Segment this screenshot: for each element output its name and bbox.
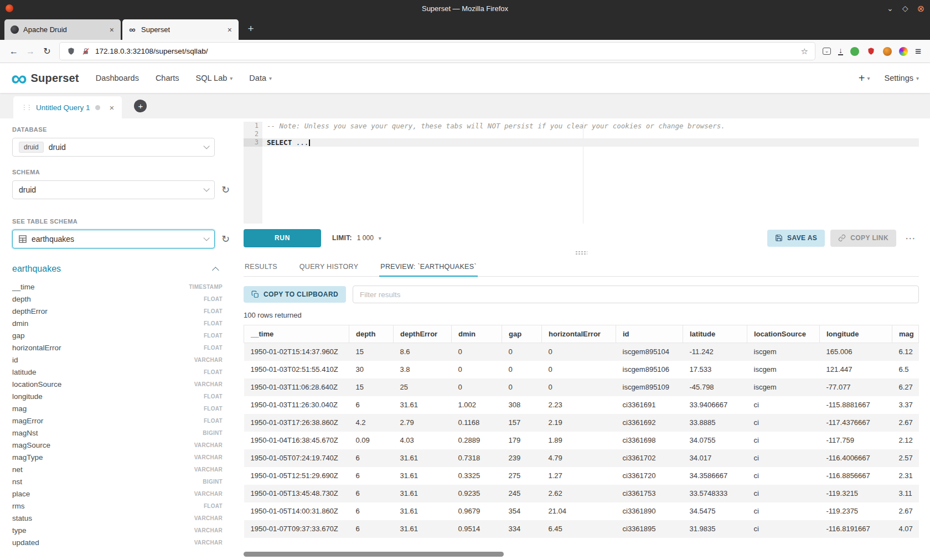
table-row[interactable]: 1950-01-03T17:26:38.860Z4.22.790.1168157… bbox=[244, 414, 919, 432]
copy-link-button[interactable]: COPY LINK bbox=[830, 230, 896, 247]
bookmark-star-icon[interactable]: ☆ bbox=[800, 46, 808, 56]
schema-column[interactable]: locationSourceVARCHAR bbox=[12, 378, 223, 390]
query-tab-untitled-query-1[interactable]: ⋮⋮ Untitled Query 1 × bbox=[13, 96, 122, 118]
table-row[interactable]: 1950-01-05T12:51:29.690Z631.610.33252751… bbox=[244, 467, 919, 485]
schema-column[interactable]: magErrorFLOAT bbox=[12, 414, 223, 427]
column-header[interactable]: dmin bbox=[452, 325, 502, 343]
sql-editor[interactable]: 1-- Note: Unless you save your query, th… bbox=[244, 122, 919, 224]
schema-column[interactable]: magFLOAT bbox=[12, 402, 223, 414]
tab-close-icon[interactable]: × bbox=[108, 25, 115, 34]
settings-menu[interactable]: Settings▾ bbox=[885, 74, 919, 82]
restore-icon[interactable]: ◇ bbox=[902, 4, 908, 13]
schema-column[interactable]: horizontalErrorFLOAT bbox=[12, 341, 223, 354]
table-row[interactable]: 1950-01-05T07:24:19.740Z631.610.73182394… bbox=[244, 449, 919, 467]
limit-dropdown[interactable]: LIMIT: 1 000 ▾ bbox=[332, 234, 381, 242]
table-row[interactable]: 1950-01-03T11:06:28.640Z1525000iscgem895… bbox=[244, 378, 919, 396]
downloads-icon[interactable]: ↓ bbox=[838, 47, 843, 55]
copy-to-clipboard-button[interactable]: COPY TO CLIPBOARD bbox=[244, 286, 346, 303]
nav-item-sql-lab[interactable]: SQL Lab▾ bbox=[196, 74, 233, 82]
nav-item-data[interactable]: Data▾ bbox=[249, 74, 272, 82]
more-actions-icon[interactable]: ⋯ bbox=[902, 232, 919, 245]
schema-column[interactable]: depthErrorFLOAT bbox=[12, 305, 223, 317]
tab-close-icon[interactable]: × bbox=[226, 25, 233, 34]
reload-icon[interactable]: ↻ bbox=[39, 43, 55, 60]
column-header[interactable]: depthError bbox=[394, 325, 452, 343]
add-query-tab-button[interactable]: + bbox=[134, 100, 147, 112]
column-header[interactable]: __time bbox=[244, 325, 349, 343]
tab-query-history[interactable]: QUERY HISTORY bbox=[298, 257, 359, 276]
back-icon[interactable]: ← bbox=[6, 43, 22, 60]
column-header[interactable]: locationSource bbox=[747, 325, 820, 343]
ublock-shield-icon[interactable] bbox=[866, 46, 876, 56]
save-as-button[interactable]: SAVE AS bbox=[767, 230, 825, 247]
schema-column[interactable]: magSourceVARCHAR bbox=[12, 439, 223, 451]
table-row[interactable]: 1950-01-02T15:14:37.960Z158.6000iscgem89… bbox=[244, 343, 919, 361]
forward-icon[interactable]: → bbox=[22, 43, 39, 60]
table-schema-title[interactable]: earthquakes bbox=[12, 264, 61, 274]
editor-line[interactable]: 3SELECT ... bbox=[244, 138, 919, 147]
query-tab-close-icon[interactable]: × bbox=[110, 103, 115, 112]
pane-resize-handle[interactable] bbox=[244, 248, 919, 257]
database-select[interactable]: druid druid bbox=[12, 138, 215, 157]
tracking-shield-icon[interactable] bbox=[66, 46, 76, 56]
table-row[interactable]: 1950-01-04T16:38:45.670Z0.094.030.288917… bbox=[244, 432, 919, 449]
horizontal-scrollbar[interactable] bbox=[244, 552, 504, 557]
column-header[interactable]: longitude bbox=[820, 325, 892, 343]
tab-results[interactable]: RESULTS bbox=[244, 257, 278, 276]
table-select[interactable]: earthquakes bbox=[12, 230, 215, 248]
url-bar[interactable]: 172.18.0.3:32108/superset/sqllab/ ☆ bbox=[60, 43, 815, 60]
editor-line[interactable]: 2 bbox=[244, 130, 919, 138]
insecure-lock-icon[interactable] bbox=[81, 46, 90, 56]
schema-column[interactable]: statusVARCHAR bbox=[12, 512, 223, 524]
schema-column[interactable]: magTypeVARCHAR bbox=[12, 451, 223, 463]
table-row[interactable]: 1950-01-07T09:37:33.670Z631.610.95143346… bbox=[244, 520, 919, 538]
pocket-icon[interactable]: ⌄ bbox=[823, 48, 831, 55]
schema-column[interactable]: netVARCHAR bbox=[12, 463, 223, 475]
drag-handle-icon[interactable]: ⋮⋮ bbox=[21, 103, 31, 111]
new-tab-button[interactable]: + bbox=[242, 20, 259, 37]
filter-results-input[interactable] bbox=[353, 286, 919, 303]
url-text[interactable]: 172.18.0.3:32108/superset/sqllab/ bbox=[95, 47, 795, 55]
column-header[interactable]: latitude bbox=[683, 325, 747, 343]
close-window-icon[interactable]: ⊗ bbox=[917, 3, 924, 14]
schema-column[interactable]: __timeTIMESTAMP bbox=[12, 281, 223, 293]
schema-select[interactable]: druid bbox=[12, 180, 215, 199]
privacy-badger-icon[interactable] bbox=[883, 47, 892, 56]
table-row[interactable]: 1950-01-05T14:00:31.860Z631.610.96793542… bbox=[244, 502, 919, 520]
column-header[interactable]: horizontalError bbox=[542, 325, 616, 343]
collapse-chevron-icon[interactable] bbox=[212, 267, 219, 274]
schema-column[interactable]: placeVARCHAR bbox=[12, 488, 223, 500]
menu-icon[interactable]: ≡ bbox=[915, 45, 921, 58]
column-header[interactable]: depth bbox=[349, 325, 394, 343]
tab-preview-earthquakes[interactable]: PREVIEW: `EARTHQUAKES` bbox=[379, 257, 478, 276]
refresh-schemas-icon[interactable]: ↻ bbox=[221, 185, 230, 195]
schema-column[interactable]: dminFLOAT bbox=[12, 317, 223, 329]
superset-logo[interactable]: ∞ Superset bbox=[11, 72, 79, 85]
schema-column[interactable]: gapFLOAT bbox=[12, 329, 223, 341]
column-header[interactable]: mag bbox=[892, 325, 919, 343]
schema-column[interactable]: magNstBIGINT bbox=[12, 427, 223, 439]
schema-column[interactable]: updatedVARCHAR bbox=[12, 536, 223, 548]
editor-line[interactable]: 1-- Note: Unless you save your query, th… bbox=[244, 122, 919, 130]
new-item-menu[interactable]: +▾ bbox=[859, 72, 870, 85]
browser-tab-superset[interactable]: ∞ Superset × bbox=[122, 19, 239, 40]
column-header[interactable]: gap bbox=[502, 325, 542, 343]
column-header[interactable]: id bbox=[616, 325, 683, 343]
nav-item-dashboards[interactable]: Dashboards bbox=[96, 74, 139, 82]
table-row[interactable]: 1950-01-03T02:51:55.410Z303.8000iscgem89… bbox=[244, 361, 919, 378]
table-row[interactable]: 1950-01-03T11:26:30.040Z631.611.0023082.… bbox=[244, 396, 919, 414]
schema-column[interactable]: rmsFLOAT bbox=[12, 500, 223, 512]
run-button[interactable]: RUN bbox=[244, 229, 321, 247]
schema-column[interactable]: idVARCHAR bbox=[12, 354, 223, 366]
schema-column[interactable]: typeVARCHAR bbox=[12, 524, 223, 536]
schema-column[interactable]: nstBIGINT bbox=[12, 475, 223, 488]
nav-item-charts[interactable]: Charts bbox=[156, 74, 179, 82]
refresh-tables-icon[interactable]: ↻ bbox=[221, 234, 230, 244]
browser-tab-apache-druid[interactable]: Apache Druid × bbox=[4, 19, 121, 40]
extension-pinwheel-icon[interactable] bbox=[899, 47, 908, 56]
schema-column[interactable]: longitudeFLOAT bbox=[12, 390, 223, 402]
schema-column[interactable]: depthFLOAT bbox=[12, 293, 223, 305]
table-row[interactable]: 1950-01-05T13:45:48.730Z631.610.92352452… bbox=[244, 485, 919, 502]
minimize-icon[interactable]: ⌄ bbox=[887, 4, 893, 13]
schema-column[interactable]: latitudeFLOAT bbox=[12, 366, 223, 378]
